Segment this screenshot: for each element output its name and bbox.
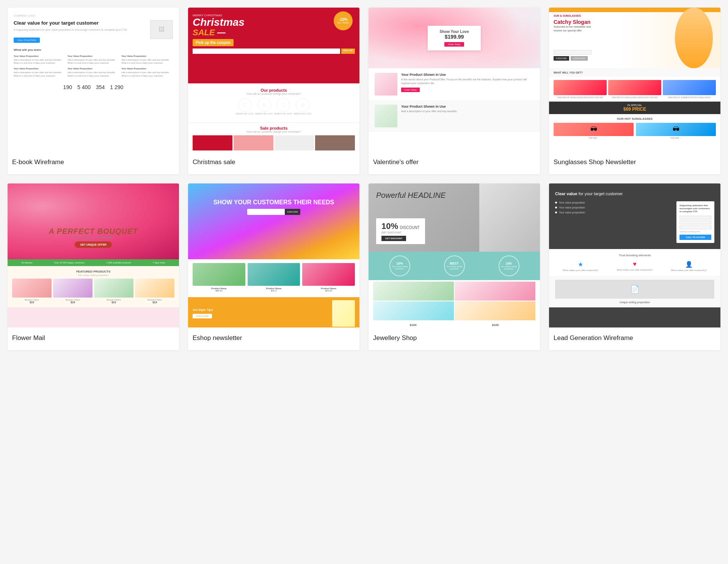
- jwl-price-row: $100 $100: [369, 322, 540, 327]
- ebook-stat-num-2: 5 400: [77, 84, 91, 90]
- card-valentine[interactable]: Show Your Love $199.99 Order Today Your …: [369, 8, 540, 174]
- sun-subscribe-btn[interactable]: SUBSCRIBE: [554, 56, 569, 61]
- lead-usp-text: Unique selling proposition: [555, 301, 714, 304]
- jewellery-label: Jewellery Shop: [369, 327, 540, 350]
- jwl-badge-num-2: BEST: [450, 262, 459, 265]
- val-order-btn[interactable]: Order Today: [444, 42, 464, 47]
- val-show-love: Show Your Love: [434, 30, 475, 34]
- sun-catchy-bold: Catchy: [554, 19, 571, 25]
- xmas-coupon: Pick up the coupon: [193, 39, 234, 46]
- jwl-discount-sub: GET DISCOUNT: [381, 231, 420, 234]
- image-icon: 🖼: [158, 26, 165, 33]
- eshop-style-subscribe-btn[interactable]: SUBSCRIBE: [193, 314, 212, 318]
- ebook-stat-3: 354: [96, 84, 105, 90]
- eshop-headline: SHOW YOUR CUSTOMERS THEIR NEEDS: [196, 199, 352, 206]
- flower-cta-btn[interactable]: GET UNIQUE OFFER: [75, 241, 111, 248]
- eshop-product-3: Product Name $25.00: [302, 263, 355, 292]
- xmas-product-4: ☆ BENEFIT NO. 4 ETC: [294, 98, 312, 115]
- ebook-feat-desc-5: Add a description of your offer and key …: [67, 71, 119, 77]
- eshop-prod-img-2: [248, 263, 300, 286]
- ebook-feat-title-6: Your Value Proposition: [121, 67, 173, 70]
- xmas-product-3: ♡ BENEFIT NO. 3 ETC: [275, 98, 292, 115]
- xmas-discount-pct: -10%: [339, 18, 347, 22]
- eshop-search-input[interactable]: [247, 209, 285, 215]
- eshop-label: Eshop newsletter: [188, 327, 359, 350]
- lead-bullet-3: Your value proposition: [555, 211, 673, 214]
- flower-featured-title: FEATURED PRODUCTS: [12, 270, 174, 273]
- lead-form: Supporting statement that encourages you…: [676, 201, 714, 243]
- eshop-subscribe-btn[interactable]: SUBSCRIBE: [285, 209, 300, 215]
- card-ebook[interactable]: COMPANY LOGO 🖼 Clear value for your targ…: [8, 8, 179, 174]
- lead-form-input-2[interactable]: [679, 221, 711, 224]
- lead-form-cta-btn[interactable]: CALL TO ACTION: [679, 235, 711, 240]
- lead-trust-label-1: What makes your offer trustworthy?: [555, 269, 606, 271]
- ebook-features: Your Value Proposition Add a description…: [14, 55, 173, 77]
- lead-headline-rest: for your target customer: [579, 191, 623, 196]
- ebook-cta-button[interactable]: CALL TO ACTION: [14, 38, 40, 43]
- jwl-gallery-img-1: [373, 282, 454, 301]
- sun-product-img-1: [554, 80, 607, 95]
- card-jewellery[interactable]: Powerful HEADLINE 10% DISCOUNT GET DISCO…: [369, 183, 540, 350]
- eshop-prod-img-1: [193, 263, 245, 286]
- ebook-stats: 190 5 400 354 1 290: [14, 84, 173, 90]
- lead-usp-section: 📄 Unique selling proposition: [549, 276, 720, 307]
- eshop-style-image: [332, 300, 355, 327]
- ebook-feat-title-1: Your Value Proposition: [14, 55, 65, 58]
- xmas-sale-sub: How will our products change your christ…: [193, 130, 355, 133]
- sun-glasses-icon-2: 🕶: [673, 125, 679, 133]
- ebook-feature-1: Your Value Proposition Add a description…: [14, 55, 65, 65]
- person-icon: 👤: [663, 261, 714, 268]
- val-product-1: Your Product Shown in Use A few words ab…: [369, 68, 540, 100]
- ebook-sub: A supporting statement for your value pr…: [14, 28, 173, 32]
- val-product-img-inner-1: [375, 73, 397, 96]
- xmas-product-icon-4: ☆: [296, 98, 309, 112]
- xmas-sale-section: Sale products How will our products chan…: [188, 122, 359, 152]
- jwl-badge-num-3: 24h: [506, 262, 512, 265]
- xmas-email-input[interactable]: [193, 49, 340, 54]
- card-flower[interactable]: A PERFECT BOUQUET Your unique selling pr…: [8, 183, 179, 350]
- lead-form-input-1[interactable]: [679, 216, 711, 219]
- lead-bullet-text-3: Your value proposition: [559, 211, 585, 214]
- val-offer-box: Show Your Love $199.99 Order Today: [428, 26, 481, 50]
- eshop-hero-text: SHOW YOUR CUSTOMERS THEIR NEEDS SUBSCRIB…: [196, 199, 352, 218]
- ebook-stat-1: 190: [63, 84, 72, 90]
- xmas-product-1: ♡ BENEFIT NO. 1 ETC: [236, 98, 254, 115]
- lead-bullet-dot-3: [555, 212, 557, 213]
- lead-form-label: Tracking something here: [679, 230, 711, 233]
- ebook-feature-4: Your Value Proposition Add a description…: [14, 67, 65, 77]
- valentine-preview: Show Your Love $199.99 Order Today Your …: [369, 8, 540, 152]
- flower-prod-price-3: $19: [94, 301, 133, 304]
- ebook-logo: COMPANY LOGO: [14, 14, 173, 17]
- jwl-cta-btn[interactable]: GET DISCOUNT: [381, 236, 406, 241]
- card-lead[interactable]: Clear value for your target customer You…: [549, 183, 720, 350]
- sun-brand: SUN & SUNGLASSES: [554, 14, 581, 17]
- flower-product-1: Bouquet 1 Name $19: [12, 279, 52, 304]
- xmas-sale-img-3: [275, 135, 314, 150]
- sun-hot-section: OUR HOT SUNGLASSES 🕶 FOR HIM ♂ 🕶 FOR HER…: [549, 114, 720, 142]
- flower-prod-price-4: $19: [135, 301, 174, 304]
- jwl-badges: 10% Your unique selling proposition BEST…: [373, 255, 535, 276]
- card-christmas[interactable]: -10% ALL ITEMS MERRY CHRISTMAS Christmas…: [188, 8, 359, 174]
- lead-trust-title: Trust boosting elements: [555, 254, 714, 257]
- lead-form-input-3[interactable]: [679, 226, 711, 229]
- sun-product-img-3: [663, 80, 716, 95]
- sun-glass-1: 🕶 FOR HIM ♂: [554, 123, 634, 139]
- flower-product-4: Bouquet 4 Name $19: [135, 279, 174, 304]
- flower-title: A PERFECT BOUQUET: [8, 227, 179, 236]
- xmas-pickup-btn[interactable]: PICK UP: [341, 49, 355, 54]
- lead-bullet-text-1: Your value proposition: [559, 201, 585, 204]
- ebook-feat-title-4: Your Value Proposition: [14, 67, 65, 70]
- ebook-stat-num-1: 190: [63, 84, 72, 90]
- xmas-sale-img-2: [234, 135, 273, 150]
- sun-email-input[interactable]: [554, 50, 592, 55]
- val-product-btn-1[interactable]: Order Today: [401, 88, 420, 92]
- xmas-product-icon-2: ☆: [257, 98, 271, 112]
- card-eshop[interactable]: SHOW YOUR CUSTOMERS THEIR NEEDS SUBSCRIB…: [188, 183, 359, 350]
- ebook-feat-title-5: Your Value Proposition: [67, 67, 119, 70]
- sun-glass-img-1: 🕶: [554, 123, 634, 136]
- lead-bullet-1: Your value proposition: [555, 201, 673, 204]
- sun-learn-more-btn[interactable]: LEARN MORE: [571, 56, 588, 61]
- card-sunglasses[interactable]: SUN & SUNGLASSES Catchy Slogan Subscribe…: [549, 8, 720, 174]
- lead-usp-after: selling proposition: [629, 301, 650, 304]
- eshop-prod-img-3: [302, 263, 355, 286]
